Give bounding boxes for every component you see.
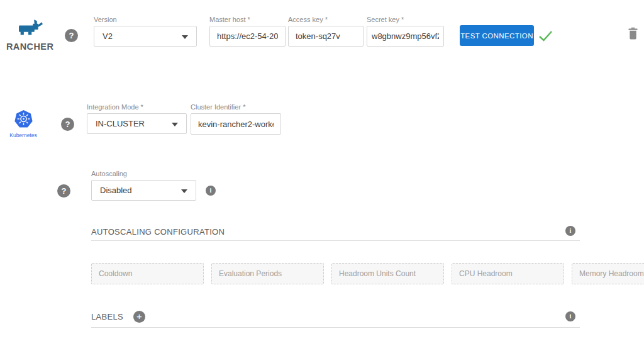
headroom-units-count-input — [331, 263, 444, 284]
section-divider — [91, 240, 580, 241]
help-icon[interactable]: ? — [57, 184, 70, 198]
kubernetes-logo: Kubernetes — [9, 109, 38, 138]
cluster-identifier-field: Cluster Identifier * — [191, 103, 281, 135]
autoscaling-configuration-title: AUTOSCALING CONFIGURATION — [91, 227, 225, 237]
kubernetes-logo-text: Kubernetes — [9, 132, 38, 138]
test-connection-button[interactable]: TEST CONNECTION — [460, 25, 534, 46]
help-icon[interactable]: ? — [65, 29, 78, 42]
info-icon[interactable]: i — [565, 311, 575, 321]
rancher-bull-icon — [9, 19, 50, 38]
help-icon-glyph: ? — [69, 31, 74, 40]
rancher-logo-text: RANCHER — [6, 42, 53, 52]
integration-mode-select[interactable]: IN-CLUSTER — [87, 113, 187, 134]
version-label: Version — [94, 16, 197, 24]
chevron-down-icon — [172, 123, 178, 126]
access-key-input[interactable] — [288, 26, 364, 47]
secret-key-field: Secret key * — [367, 16, 444, 47]
rancher-logo: RANCHER — [6, 19, 53, 52]
connection-success-check-icon — [538, 30, 553, 42]
master-host-label: Master host * — [209, 16, 286, 24]
cluster-identifier-input[interactable] — [191, 113, 281, 135]
evaluation-periods-input — [211, 263, 324, 284]
version-select-value: V2 — [103, 31, 113, 41]
integration-mode-select-value: IN-CLUSTER — [96, 119, 145, 128]
cluster-identifier-label: Cluster Identifier * — [191, 103, 281, 111]
kubernetes-helm-icon — [14, 109, 33, 128]
chevron-down-icon — [181, 189, 187, 193]
cooldown-input — [91, 263, 204, 284]
delete-trash-icon[interactable] — [628, 27, 638, 40]
master-host-field: Master host * — [209, 16, 286, 47]
autoscaling-field: Autoscaling Disabled — [91, 170, 196, 201]
version-select[interactable]: V2 — [94, 26, 197, 47]
memory-headroom-input — [572, 263, 644, 284]
help-icon-glyph: ? — [62, 186, 67, 196]
integration-mode-field: Integration Mode * IN-CLUSTER — [87, 103, 187, 134]
info-icon[interactable]: i — [206, 186, 216, 196]
info-icon-glyph: i — [210, 187, 212, 194]
cpu-headroom-input — [452, 263, 564, 284]
info-icon-glyph: i — [570, 227, 572, 234]
autoscaling-select-value: Disabled — [100, 186, 132, 195]
chevron-down-icon — [182, 35, 188, 39]
autoscaling-config-inputs — [91, 263, 576, 284]
help-icon[interactable]: ? — [61, 118, 74, 131]
autoscaling-label: Autoscaling — [91, 170, 196, 178]
info-icon[interactable]: i — [565, 226, 575, 236]
info-icon-glyph: i — [570, 313, 572, 320]
access-key-field: Access key * — [288, 16, 364, 47]
section-divider — [91, 327, 580, 328]
access-key-label: Access key * — [288, 16, 364, 24]
integration-mode-label: Integration Mode * — [87, 103, 187, 111]
version-field: Version V2 — [94, 16, 197, 47]
labels-title: LABELS — [91, 312, 123, 321]
secret-key-label: Secret key * — [367, 16, 444, 24]
autoscaling-select[interactable]: Disabled — [91, 180, 196, 201]
help-icon-glyph: ? — [65, 120, 70, 129]
add-label-button[interactable]: + — [133, 311, 145, 323]
master-host-input[interactable] — [209, 26, 286, 47]
integration-settings-page: RANCHER ? Version V2 Master host * Acces… — [0, 0, 644, 346]
plus-icon: + — [136, 311, 142, 321]
secret-key-input[interactable] — [367, 26, 444, 47]
